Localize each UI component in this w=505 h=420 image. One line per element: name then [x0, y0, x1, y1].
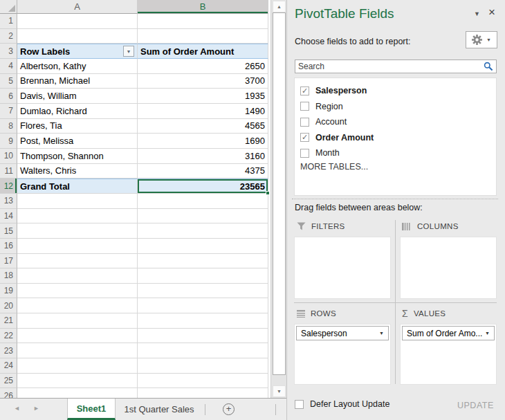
field-checkbox-checked[interactable]: ✓ — [300, 86, 309, 95]
tools-gear-button[interactable]: ▼ — [466, 31, 497, 48]
cell-b6[interactable]: 1935 — [138, 89, 268, 104]
new-sheet-button[interactable]: + — [223, 403, 235, 415]
field-item-month[interactable]: Month — [300, 147, 340, 158]
pane-close-icon[interactable]: × — [488, 6, 495, 19]
cell-a6[interactable]: Davis, William — [17, 89, 138, 104]
search-input[interactable]: Search — [295, 60, 497, 73]
cell-a10[interactable]: Thompson, Shannon — [17, 149, 138, 164]
cell-b16[interactable] — [138, 239, 268, 254]
field-item-account[interactable]: Account — [300, 116, 347, 127]
cell-a3[interactable]: Row Labels▼ — [17, 44, 138, 59]
chevron-down-icon[interactable]: ▼ — [485, 331, 490, 336]
row-header-13[interactable]: 13 — [0, 194, 17, 209]
cell-b18[interactable] — [138, 268, 268, 284]
cell-a5[interactable]: Brennan, Michael — [17, 74, 138, 89]
rows-dropzone[interactable]: Salesperson ▼ — [294, 324, 391, 385]
values-dropzone[interactable]: Sum of Order Amo... ▼ — [400, 324, 497, 385]
cell-b4[interactable]: 2650 — [138, 59, 268, 74]
row-header-7[interactable]: 7 — [0, 104, 17, 119]
scroll-down-button[interactable]: ▼ — [273, 385, 286, 397]
cell-b25[interactable] — [138, 374, 268, 389]
selected-cell-b12[interactable]: 23565 — [138, 179, 268, 194]
cell-a11[interactable]: Walters, Chris — [17, 164, 138, 179]
field-checkbox-unchecked[interactable] — [300, 149, 309, 158]
cell-a9[interactable]: Post, Melissa — [17, 134, 138, 149]
cell-b7[interactable]: 1490 — [138, 104, 268, 119]
row-header-18[interactable]: 18 — [0, 268, 17, 284]
row-header-26[interactable]: 26 — [0, 388, 17, 398]
chevron-down-icon[interactable]: ▼ — [379, 331, 384, 336]
cell-b5[interactable]: 3700 — [138, 74, 268, 89]
row-header-6[interactable]: 6 — [0, 89, 17, 104]
cell-a21[interactable] — [17, 313, 138, 329]
column-header-a[interactable]: A — [17, 0, 138, 14]
cell-a2[interactable] — [17, 29, 138, 44]
cell-b2[interactable] — [138, 29, 268, 44]
vertical-scrollbar[interactable]: ▲ ▼ — [270, 0, 286, 398]
row-header-19[interactable]: 19 — [0, 284, 17, 299]
cell-a24[interactable] — [17, 358, 138, 374]
cell-a12[interactable]: Grand Total — [17, 179, 138, 194]
cell-b15[interactable] — [138, 223, 268, 239]
cell-b11[interactable]: 4375 — [138, 164, 268, 179]
row-header-5[interactable]: 5 — [0, 74, 17, 89]
row-header-10[interactable]: 10 — [0, 149, 17, 164]
field-item-salesperson[interactable]: ✓Salesperson — [300, 85, 367, 96]
values-field-pill-sum-of-order-amount[interactable]: Sum of Order Amo... ▼ — [402, 326, 495, 340]
cell-a23[interactable] — [17, 343, 138, 358]
cell-a18[interactable] — [17, 268, 138, 284]
pane-options-chevron-icon[interactable]: ▼ — [474, 10, 480, 17]
tab-sheet1[interactable]: Sheet1 — [67, 399, 116, 420]
filters-dropzone[interactable] — [294, 237, 391, 299]
cell-b1[interactable] — [138, 14, 268, 29]
row-header-14[interactable]: 14 — [0, 209, 17, 224]
cell-b24[interactable] — [138, 358, 268, 374]
columns-dropzone[interactable] — [400, 237, 497, 299]
search-icon[interactable] — [484, 62, 493, 71]
row-header-24[interactable]: 24 — [0, 358, 17, 374]
scrollbar-thumb[interactable] — [273, 12, 286, 375]
row-header-2[interactable]: 2 — [0, 29, 17, 44]
row-header-21[interactable]: 21 — [0, 313, 17, 329]
cell-b8[interactable]: 4565 — [138, 119, 268, 134]
cell-b14[interactable] — [138, 209, 268, 224]
row-header-11[interactable]: 11 — [0, 164, 17, 179]
select-all-corner[interactable] — [0, 0, 17, 14]
cell-b22[interactable] — [138, 329, 268, 344]
column-header-b[interactable]: B — [138, 0, 268, 14]
fill-handle[interactable] — [266, 191, 270, 195]
row-header-16[interactable]: 16 — [0, 239, 17, 254]
cell-a7[interactable]: Dumlao, Richard — [17, 104, 138, 119]
cell-b17[interactable] — [138, 254, 268, 269]
cell-a17[interactable] — [17, 254, 138, 269]
cell-a14[interactable] — [17, 209, 138, 224]
more-tables-link[interactable]: MORE TABLES... — [300, 162, 368, 172]
row-header-1[interactable]: 1 — [0, 14, 17, 29]
row-labels-filter-button[interactable]: ▼ — [123, 46, 134, 57]
tab-scroll-right-icon[interactable]: ► — [33, 405, 39, 412]
cell-a20[interactable] — [17, 298, 138, 313]
cell-b20[interactable] — [138, 298, 268, 313]
cell-a13[interactable] — [17, 194, 138, 209]
cell-b19[interactable] — [138, 284, 268, 299]
cell-a4[interactable]: Albertson, Kathy — [17, 59, 138, 74]
update-button[interactable]: UPDATE — [457, 401, 494, 410]
field-checkbox-unchecked[interactable] — [300, 102, 309, 111]
field-checkbox-checked[interactable]: ✓ — [300, 133, 309, 142]
cell-a8[interactable]: Flores, Tia — [17, 119, 138, 134]
tab-1st-quarter-sales[interactable]: 1st Quarter Sales — [116, 399, 202, 420]
row-header-20[interactable]: 20 — [0, 298, 17, 313]
row-header-3[interactable]: 3 — [0, 44, 17, 59]
field-item-order-amount[interactable]: ✓Order Amount — [300, 132, 374, 143]
rows-field-pill-salesperson[interactable]: Salesperson ▼ — [296, 326, 389, 340]
cell-b23[interactable] — [138, 343, 268, 358]
cell-a25[interactable] — [17, 374, 138, 389]
defer-layout-update-checkbox[interactable] — [295, 400, 304, 409]
cell-b21[interactable] — [138, 313, 268, 329]
field-item-region[interactable]: Region — [300, 101, 343, 112]
row-header-23[interactable]: 23 — [0, 343, 17, 358]
cell-a15[interactable] — [17, 223, 138, 239]
cell-a1[interactable] — [17, 14, 138, 29]
cell-a22[interactable] — [17, 329, 138, 344]
cell-a16[interactable] — [17, 239, 138, 254]
